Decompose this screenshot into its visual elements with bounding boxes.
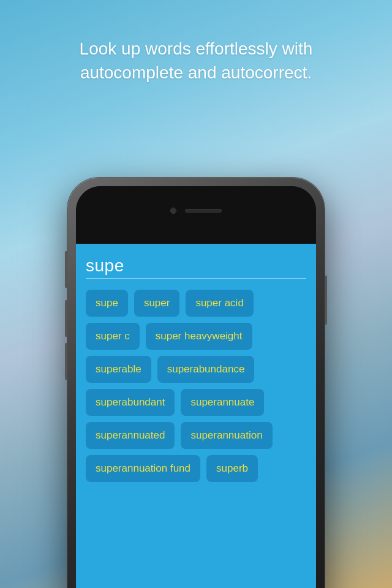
suggestion-chip[interactable]: superannuate bbox=[181, 389, 264, 416]
suggestion-chip[interactable]: super c bbox=[86, 323, 140, 350]
suggestion-chip[interactable]: superabundance bbox=[157, 356, 255, 383]
phone-inner: supe supesupersuper acidsuper csuper hea… bbox=[76, 186, 316, 588]
tagline: Look up words effortlessly with autocomp… bbox=[0, 0, 392, 109]
suggestion-chip[interactable]: superannuated bbox=[86, 422, 175, 449]
suggestion-chip[interactable]: superable bbox=[86, 356, 151, 383]
search-input[interactable]: supe bbox=[86, 256, 306, 276]
suggestion-chip[interactable]: super bbox=[134, 290, 180, 317]
suggestion-chip[interactable]: superabundant bbox=[86, 389, 175, 416]
suggestions-container: supesupersuper acidsuper csuper heavywei… bbox=[86, 290, 306, 482]
suggestion-chip[interactable]: super heavyweight bbox=[146, 323, 252, 350]
suggestion-chip[interactable]: superannuation bbox=[181, 422, 272, 449]
suggestion-chip[interactable]: supe bbox=[86, 290, 128, 317]
suggestion-chip[interactable]: super acid bbox=[186, 290, 253, 317]
suggestion-chip[interactable]: superb bbox=[206, 455, 258, 482]
suggestion-chip[interactable]: superannuation fund bbox=[86, 455, 200, 482]
app-screen: supe supesupersuper acidsuper csuper hea… bbox=[76, 244, 316, 588]
speaker-grill bbox=[185, 209, 222, 213]
phone-shell: supe supesupersuper acidsuper csuper hea… bbox=[67, 178, 325, 588]
top-bezel bbox=[76, 186, 316, 235]
search-divider bbox=[86, 278, 306, 279]
camera-icon bbox=[170, 208, 176, 214]
